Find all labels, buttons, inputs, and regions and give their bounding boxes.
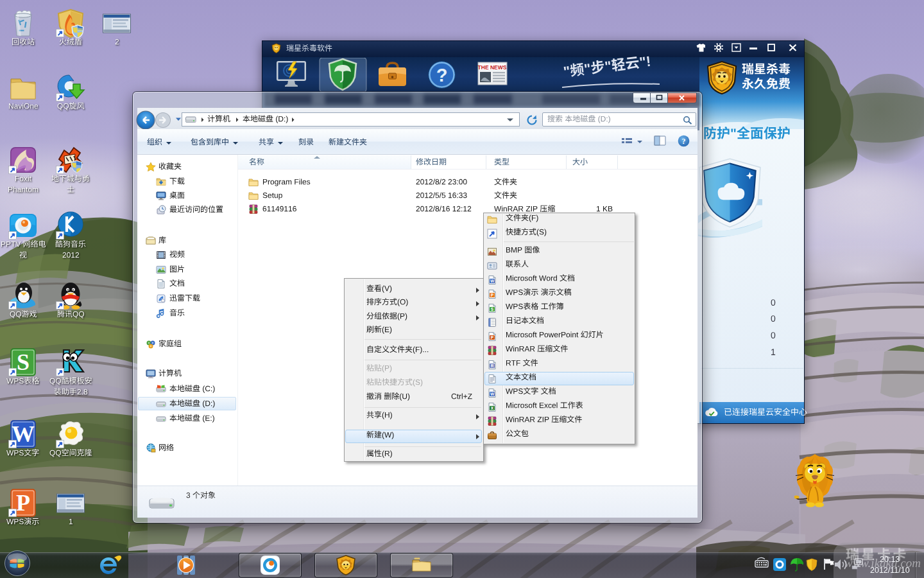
svg-text:W: W bbox=[490, 279, 495, 283]
svg-text:W: W bbox=[490, 392, 495, 396]
svg-text:P: P bbox=[491, 335, 494, 340]
svg-text:?: ? bbox=[436, 65, 448, 85]
svg-text:S: S bbox=[491, 307, 494, 311]
svg-text:R: R bbox=[491, 363, 494, 368]
svg-text:P: P bbox=[491, 293, 494, 297]
svg-text:THE NEWS: THE NEWS bbox=[478, 64, 507, 71]
svg-text:P: P bbox=[16, 490, 30, 516]
svg-text:X: X bbox=[491, 406, 494, 410]
svg-text:S: S bbox=[17, 349, 30, 375]
svg-text:?: ? bbox=[682, 137, 686, 146]
